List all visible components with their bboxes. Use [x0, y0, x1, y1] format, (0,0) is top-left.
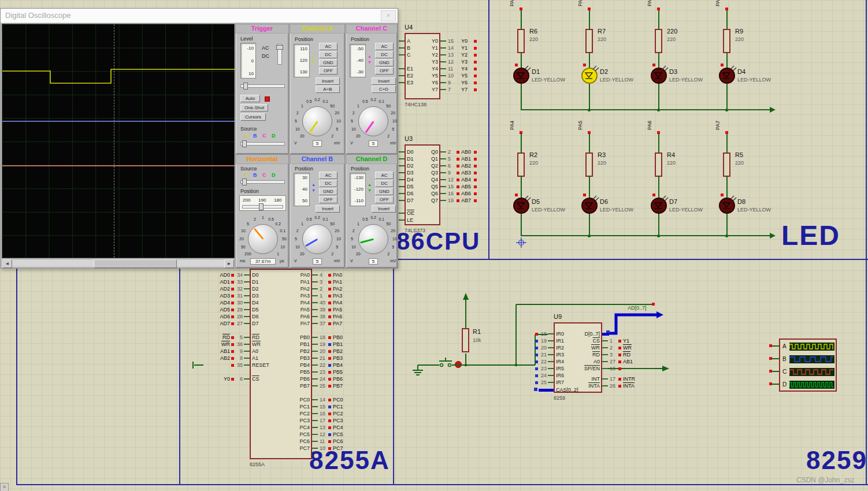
dc-button[interactable]: DC [319, 51, 337, 58]
position-down-arrow[interactable]: ▼ [311, 188, 316, 192]
led-D2[interactable] [581, 68, 598, 84]
pin-stub [440, 179, 446, 180]
position-up-arrow[interactable]: ▲ [311, 183, 316, 187]
off-button[interactable]: OFF [319, 67, 337, 75]
pin-marker [652, 64, 655, 66]
dc-button[interactable]: DC [375, 51, 394, 58]
trigger-level-display[interactable]: -10 0 10 [240, 43, 256, 79]
scroll-left-icon[interactable]: ◄ [2, 259, 12, 268]
close-icon[interactable]: × [381, 10, 396, 21]
resistor-R2[interactable] [517, 152, 525, 177]
gain-knob-d[interactable]: 20105210.50.20.150201052VmV5 [347, 213, 398, 266]
position-up-arrow[interactable]: ▲ [311, 54, 316, 58]
position-up-arrow[interactable]: ▲ [368, 54, 372, 58]
position-down-arrow[interactable]: ▼ [368, 60, 372, 64]
position-up-arrow[interactable]: ▲ [368, 183, 372, 187]
resistor-R3[interactable] [585, 152, 593, 177]
dc-button[interactable]: DC [319, 180, 337, 187]
resistor-220[interactable] [655, 29, 662, 53]
position-display[interactable]: -50-40-30 [350, 44, 366, 77]
dc-button[interactable]: DC [375, 180, 394, 187]
knob-scale-value: 10 [390, 119, 398, 123]
pin-stub [602, 354, 608, 355]
led-D6[interactable] [581, 198, 598, 214]
position-down-arrow[interactable]: ▼ [368, 188, 372, 192]
hsource-channel-c[interactable]: C [262, 172, 266, 178]
wire [521, 177, 522, 198]
invert-button[interactable]: Invert [316, 205, 340, 213]
resistor-R7[interactable] [585, 29, 593, 53]
trigger-coupling-switch[interactable] [277, 44, 282, 65]
invert-button[interactable]: Invert [316, 77, 340, 85]
channel-header: Channel D [346, 155, 397, 164]
oscilloscope-window[interactable]: Digital Oscilloscope × ◄ ► Trigger Level… [0, 8, 398, 269]
window-titlebar[interactable]: Digital Oscilloscope × [1, 9, 398, 23]
led-D8[interactable] [719, 198, 735, 214]
resistor-R4[interactable] [655, 152, 662, 177]
scroll-thumb[interactable] [94, 259, 177, 268]
hsource-slider[interactable] [240, 180, 285, 184]
gnd-button[interactable]: GND [375, 188, 394, 195]
hsource-channel-b[interactable]: B [253, 172, 257, 178]
gain-knob-a[interactable]: 20105210.50.20.150201052VmV5 [291, 95, 343, 148]
gnd-button[interactable]: GND [319, 59, 337, 66]
sum-button[interactable]: C+D [372, 85, 396, 93]
hsource-channel-a[interactable]: A [244, 172, 248, 178]
level-scale-value: 0 [241, 58, 254, 64]
led-D7[interactable] [651, 198, 667, 214]
source-channel-d[interactable]: D [272, 133, 276, 139]
hsource-channel-d[interactable]: D [272, 172, 276, 178]
position-down-arrow[interactable]: ▼ [311, 60, 316, 64]
gain-knob-c[interactable]: 20105210.50.20.150201052VmV5 [347, 95, 398, 148]
ac-button[interactable]: AC [319, 172, 337, 179]
level-scale-value: 10 [241, 71, 254, 76]
scroll-right-icon[interactable]: ► [224, 259, 234, 268]
pin-number: 17 [320, 418, 325, 424]
trigger-level-slider[interactable] [240, 84, 285, 88]
gnd-button[interactable]: GND [375, 59, 394, 66]
position-display[interactable]: 110120130 [294, 44, 310, 77]
source-channel-c[interactable]: C [262, 133, 266, 139]
pin-marker [457, 158, 459, 161]
knob-scale-value: 1 [354, 104, 363, 108]
pin-number: 4 [320, 272, 322, 278]
off-button[interactable]: OFF [319, 196, 337, 203]
net-label: Y0 [461, 38, 468, 44]
pin-number: 10 [320, 445, 325, 452]
timebase-knob[interactable]: 2005020105210.50.20.150101msµs37.67m [237, 213, 289, 266]
off-button[interactable]: OFF [375, 67, 394, 75]
cursors-button[interactable]: Cursors [240, 113, 266, 121]
led-D5[interactable] [513, 198, 529, 214]
position-display[interactable]: -130-120-110 [350, 173, 366, 206]
scope-scrollbar[interactable]: ◄ ► [2, 259, 235, 267]
scroll-nub[interactable]: > [0, 483, 9, 491]
source-channel-b[interactable]: B [253, 133, 257, 139]
led-D4[interactable] [719, 68, 735, 84]
led-D1[interactable] [513, 68, 529, 84]
gain-knob-b[interactable]: 20105210.50.20.150201052VmV5 [291, 213, 343, 266]
position-display[interactable]: 304050 [294, 173, 310, 206]
hposition-display[interactable]: 200 190 180 [239, 195, 286, 211]
one-shot-button[interactable]: One-Shot [240, 104, 268, 111]
gnd-button[interactable]: GND [319, 188, 337, 195]
resistor-r1[interactable] [462, 328, 469, 352]
invert-button[interactable]: Invert [372, 77, 396, 85]
resistor-R6[interactable] [517, 29, 525, 53]
chip-u9-8259[interactable]: U9825918IR019IR120IR221IR322IR423IR524IR… [509, 322, 666, 393]
off-button[interactable]: OFF [375, 196, 394, 203]
sum-button[interactable]: A+B [316, 85, 340, 93]
probe-box[interactable]: ABCD [779, 339, 837, 392]
source-channel-a[interactable]: A [244, 133, 248, 139]
ac-button[interactable]: AC [319, 43, 337, 50]
pin-row: 4PA0PA0 [203, 272, 358, 278]
ac-button[interactable]: AC [375, 172, 394, 179]
chip-8255a[interactable]: 8255AAD034D0AD133D1AD232D2AD331D3AD430D4… [203, 269, 358, 459]
led-D3[interactable] [651, 68, 667, 84]
auto-button[interactable]: Auto [240, 95, 260, 102]
resistor-R9[interactable] [723, 29, 730, 53]
trigger-source-slider[interactable] [240, 142, 285, 146]
invert-button[interactable]: Invert [372, 205, 396, 213]
resistor-R5[interactable] [723, 152, 730, 177]
ac-button[interactable]: AC [375, 43, 394, 50]
pin-stub [312, 434, 318, 435]
